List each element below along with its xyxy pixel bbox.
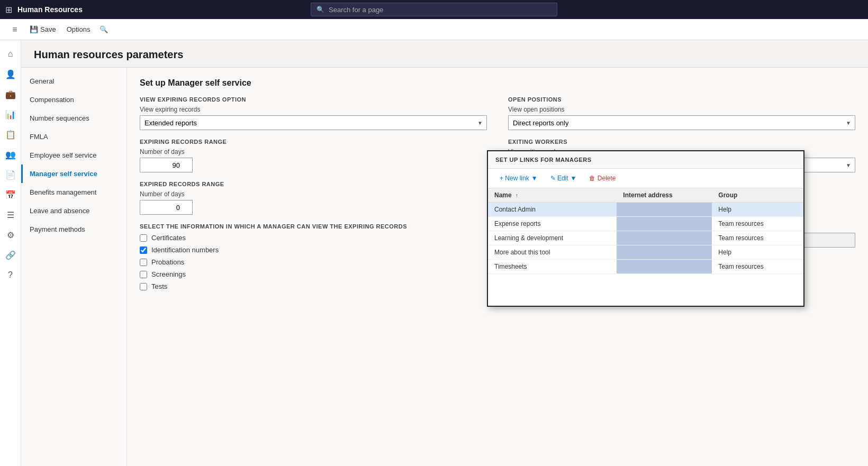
expired-records-range-group: EXPIRED RECORDS RANGE Number of days (140, 181, 487, 215)
sidebar-item-general[interactable]: General (21, 72, 126, 90)
view-open-positions-select[interactable]: Direct reports only Extended reports Non… (508, 115, 855, 130)
sidebar-users-icon[interactable]: 👥 (1, 145, 20, 164)
view-expiring-records-option-group: VIEW EXPIRING RECORDS OPTION View expiri… (140, 96, 487, 130)
checkbox-certificates: Certificates (140, 234, 487, 242)
sidebar-icons: ⌂ 👤 💼 📊 📋 👥 📄 📅 ☰ ⚙ 🔗 ? (0, 40, 21, 466)
row-address-learning[interactable] (617, 231, 712, 245)
sidebar-home-icon[interactable]: ⌂ (1, 44, 20, 63)
search-bar[interactable]: 🔍 Search for a page (311, 3, 557, 16)
view-open-positions-wrapper: Direct reports only Extended reports Non… (508, 115, 855, 130)
certificates-checkbox[interactable] (140, 234, 147, 242)
table-row[interactable]: Timesheets Team resources (488, 260, 803, 274)
exiting-workers-section-label: EXITING WORKERS (508, 139, 855, 145)
links-header: SET UP LINKS FOR MANAGERS (488, 151, 803, 169)
delete-button[interactable]: 🗑 Delete (585, 173, 620, 184)
table-row[interactable]: More about this tool Help (488, 245, 803, 260)
sidebar-chart-icon[interactable]: 📊 (1, 105, 20, 124)
links-toolbar: + New link ▼ ✎ Edit ▼ 🗑 Delete (488, 169, 803, 188)
sidebar-person-icon[interactable]: 👤 (1, 65, 20, 84)
sort-arrow-icon: ↑ (516, 193, 518, 198)
table-row[interactable]: Expense reports Team resources (488, 217, 803, 231)
links-footer (488, 274, 803, 306)
tests-checkbox[interactable] (140, 283, 147, 290)
main-content: Human resources parameters General Compe… (21, 40, 868, 466)
expired-days-input[interactable] (140, 200, 193, 215)
sidebar-document-icon[interactable]: 📄 (1, 165, 20, 184)
hamburger-button[interactable]: ≡ (6, 21, 23, 38)
sidebar-item-compensation[interactable]: Compensation (21, 90, 126, 109)
sidebar-book-icon[interactable]: 📋 (1, 125, 20, 144)
checkbox-identification: Identification numbers (140, 246, 487, 254)
identification-numbers-checkbox[interactable] (140, 246, 147, 254)
save-label: Save (40, 25, 56, 33)
screenings-checkbox[interactable] (140, 271, 147, 278)
grid-icon[interactable]: ⊞ (5, 5, 12, 15)
checkbox-screenings: Screenings (140, 270, 487, 278)
col-group: Group (712, 188, 803, 203)
row-name-more-tool: More about this tool (488, 245, 617, 260)
row-group-contact-admin: Help (712, 203, 803, 217)
sidebar-item-employee-self-service[interactable]: Employee self service (21, 146, 126, 165)
col-name[interactable]: Name ↑ (488, 188, 617, 203)
checkbox-probations: Probations (140, 258, 487, 266)
new-link-button[interactable]: + New link ▼ (495, 173, 542, 184)
row-address-contact-admin[interactable] (617, 203, 712, 217)
probations-label[interactable]: Probations (151, 258, 184, 266)
app-title: Human Resources (17, 5, 83, 14)
expired-days-label: Number of days (140, 190, 487, 198)
save-button[interactable]: 💾 Save (25, 23, 60, 35)
options-button[interactable]: Options (62, 23, 95, 35)
row-group-learning: Team resources (712, 231, 803, 245)
checkbox-tests: Tests (140, 282, 487, 290)
tests-label[interactable]: Tests (151, 282, 167, 290)
view-expiring-records-label: View expiring records (140, 106, 487, 113)
table-row[interactable]: Contact Admin Help (488, 203, 803, 217)
table-row[interactable]: Learning & development Team resources (488, 231, 803, 245)
sidebar-item-leave-and-absence[interactable]: Leave and absence (21, 202, 126, 220)
row-address-more-tool[interactable] (617, 245, 712, 260)
row-address-timesheets[interactable] (617, 260, 712, 274)
delete-label: 🗑 Delete (589, 175, 616, 182)
view-expiring-records-wrapper: Extended reports Direct reports only Non… (140, 115, 487, 130)
sidebar-item-payment-methods[interactable]: Payment methods (21, 220, 126, 239)
screenings-label[interactable]: Screenings (151, 270, 186, 278)
open-positions-label: OPEN POSITIONS (508, 96, 855, 103)
probations-checkbox[interactable] (140, 259, 147, 266)
sidebar-question-icon[interactable]: ? (1, 266, 20, 285)
new-link-label: + New link (500, 175, 529, 182)
top-bar: ⊞ Human Resources 🔍 Search for a page (0, 0, 868, 19)
edit-button[interactable]: ✎ Edit ▼ (546, 173, 581, 184)
checkbox-group: SELECT THE INFORMATION IN WHICH A MANAGE… (140, 223, 487, 290)
expiring-days-input[interactable] (140, 158, 193, 172)
row-name-expense: Expense reports (488, 217, 617, 231)
sidebar-item-number-sequences[interactable]: Number sequences (21, 109, 126, 127)
sidebar-network-icon[interactable]: 🔗 (1, 245, 20, 264)
expiring-records-range-group: EXPIRING RECORDS RANGE Number of days (140, 139, 487, 172)
view-expiring-records-select[interactable]: Extended reports Direct reports only Non… (140, 115, 487, 130)
links-table: Name ↑ Internet address Group (488, 188, 803, 274)
page-title: Human resources parameters (34, 49, 855, 61)
sidebar-list-icon[interactable]: ☰ (1, 205, 20, 224)
action-bar: ≡ 💾 Save Options 🔍 (0, 19, 868, 40)
edit-label: ✎ Edit (550, 175, 568, 182)
sidebar-calendar-icon[interactable]: 📅 (1, 185, 20, 204)
sidebar-gear-icon[interactable]: ⚙ (1, 225, 20, 244)
right-content: Set up Manager self service VIEW EXPIRIN… (127, 68, 868, 466)
left-column: VIEW EXPIRING RECORDS OPTION View expiri… (140, 96, 487, 295)
sidebar-briefcase-icon[interactable]: 💼 (1, 85, 20, 104)
chevron-down-icon-edit: ▼ (571, 175, 577, 182)
row-name-timesheets: Timesheets (488, 260, 617, 274)
chevron-down-icon-new: ▼ (531, 175, 538, 182)
certificates-label[interactable]: Certificates (151, 234, 186, 242)
row-address-expense[interactable] (617, 217, 712, 231)
view-open-positions-label: View open positions (508, 106, 855, 113)
row-name-learning: Learning & development (488, 231, 617, 245)
sidebar-item-fmla[interactable]: FMLA (21, 127, 126, 146)
identification-label[interactable]: Identification numbers (151, 246, 219, 254)
search-action-icon[interactable]: 🔍 (96, 22, 111, 37)
sidebar-item-manager-self-service[interactable]: Manager self service (21, 165, 126, 183)
sidebar-item-benefits-management[interactable]: Benefits management (21, 183, 126, 202)
page-header: Human resources parameters (21, 40, 868, 68)
row-group-expense: Team resources (712, 217, 803, 231)
col-name-label: Name (494, 191, 512, 199)
